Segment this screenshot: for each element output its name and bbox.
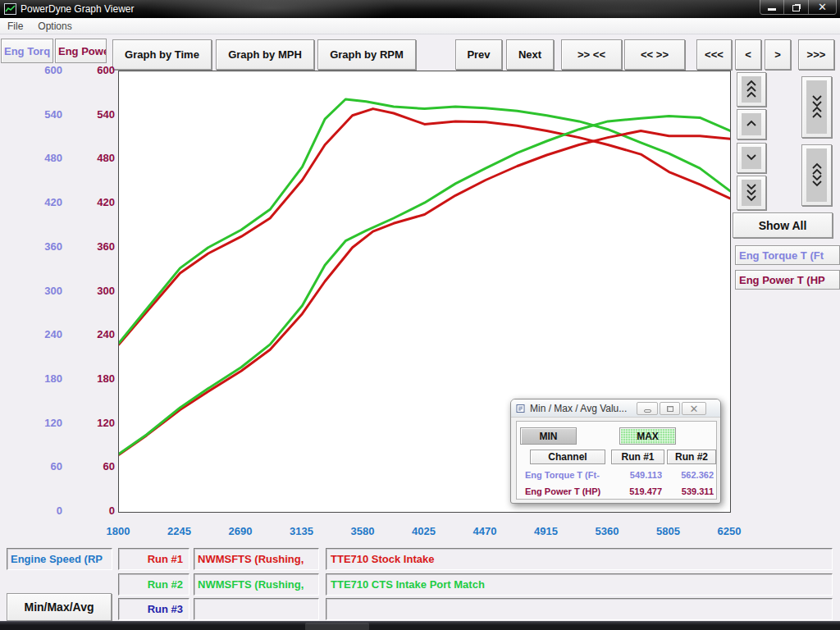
ytick-power-300: 300 — [66, 285, 115, 297]
prev-button[interactable]: Prev — [455, 39, 502, 70]
xtick-3580: 3580 — [338, 525, 387, 537]
run-file-field-2[interactable]: NWMSFTS (Rushing, — [194, 573, 319, 596]
ytick-torque-420: 420 — [5, 196, 62, 208]
channel-toggle-power[interactable]: Eng Powe — [55, 39, 107, 63]
next-button[interactable]: Next — [506, 39, 554, 70]
scroll-right-fast-button[interactable]: >>> — [798, 39, 834, 70]
xtick-3135: 3135 — [277, 525, 326, 537]
zoom-in-x-button[interactable]: >> << — [561, 39, 622, 70]
run-comment-field-3[interactable] — [326, 598, 833, 620]
minmax-row-run2-value: 539.311 — [667, 486, 714, 496]
dialog-minimize-icon — [644, 409, 651, 413]
run-name-field-3: Run #3 — [118, 598, 189, 620]
ytick-power-180: 180 — [66, 372, 115, 385]
minmax-dialog-titlebar[interactable]: Min / Max / Avg Valu... ✕ — [511, 399, 720, 418]
restore-button[interactable] — [784, 0, 809, 15]
channel-list-torque[interactable]: Eng Torque T (Ft — [735, 245, 840, 265]
ytick-torque-300: 300 — [5, 285, 62, 297]
scroll-right-button[interactable]: > — [765, 39, 791, 70]
close-button[interactable]: ✕ — [809, 0, 837, 15]
ytick-torque-540: 540 — [5, 108, 62, 121]
window-title: PowerDyne Graph Viewer — [21, 3, 135, 15]
torque-curve-run2 — [119, 99, 730, 343]
run-file-field-3[interactable] — [194, 598, 319, 620]
expand-vertical-icon — [806, 148, 827, 202]
ytick-power-240: 240 — [66, 328, 115, 340]
ytick-power-60: 60 — [66, 460, 115, 472]
xtick-6250: 6250 — [705, 525, 754, 537]
show-all-button[interactable]: Show All — [733, 212, 833, 238]
triple-up-icon — [742, 76, 761, 103]
xtick-1800: 1800 — [94, 525, 143, 537]
minimize-button[interactable] — [760, 0, 784, 15]
dialog-close-icon: ✕ — [690, 404, 699, 414]
xtick-4915: 4915 — [522, 525, 571, 537]
minmaxavg-button[interactable]: Min/Max/Avg — [7, 593, 112, 621]
minmax-row-run2-value: 562.362 — [667, 470, 714, 480]
ytick-power-540: 540 — [66, 108, 115, 121]
minmax-col-run-2[interactable]: Run #2 — [667, 450, 716, 464]
scroll-down-button[interactable] — [737, 143, 766, 173]
run-name-field-2: Run #2 — [118, 573, 189, 596]
min-toggle-button[interactable]: MIN — [520, 427, 577, 445]
graph-by-rpm-button[interactable]: Graph by RPM — [317, 39, 416, 70]
minmax-table: MIN MAX ChannelRun #1Run #2Eng Torque T … — [516, 421, 717, 500]
restore-icon — [792, 5, 800, 11]
minmax-col-channel[interactable]: Channel — [530, 450, 605, 464]
up-icon — [742, 113, 761, 135]
xtick-2690: 2690 — [216, 525, 265, 537]
down-icon — [742, 147, 761, 169]
graph-by-mph-button[interactable]: Graph by MPH — [216, 39, 314, 70]
xtick-5805: 5805 — [644, 525, 693, 537]
taskbar-item — [305, 623, 369, 630]
scroll-up-fast-button[interactable] — [737, 72, 766, 107]
zoom-in-y-button[interactable] — [801, 76, 832, 138]
ytick-power-360: 360 — [66, 240, 115, 253]
window-controls: ✕ — [760, 0, 837, 15]
minmax-row-channel: Eng Torque T (Ft- — [525, 470, 609, 480]
ytick-power-420: 420 — [66, 196, 115, 208]
ytick-torque-480: 480 — [5, 152, 62, 164]
ytick-power-0: 0 — [66, 504, 115, 517]
ytick-torque-180: 180 — [5, 372, 62, 385]
minmax-row-run1-value: 549.113 — [611, 470, 662, 480]
minmax-dialog-title: Min / Max / Avg Valu... — [530, 403, 627, 414]
scroll-left-fast-button[interactable]: <<< — [696, 39, 732, 70]
run-comment-field-2[interactable]: TTE710 CTS Intake Port Match — [326, 573, 833, 596]
menu-options[interactable]: Options — [30, 19, 79, 34]
triple-down-icon — [742, 180, 761, 206]
channel-list-power[interactable]: Eng Power T (HP — [735, 270, 840, 290]
run-name-field-1: Run #1 — [118, 548, 189, 570]
zoom-out-y-button[interactable] — [801, 144, 832, 206]
ytick-torque-120: 120 — [5, 417, 62, 429]
minmax-dialog[interactable]: Min / Max / Avg Valu... ✕ MIN MAX Channe… — [510, 399, 721, 504]
minmax-row-run1-value: 519.477 — [611, 486, 662, 496]
minmax-col-run-1[interactable]: Run #1 — [611, 450, 664, 464]
ytick-torque-0: 0 — [5, 504, 62, 517]
scroll-down-fast-button[interactable] — [737, 176, 766, 210]
dialog-minimize-button[interactable] — [637, 402, 658, 415]
powerdyne-window: PowerDyne Graph Viewer ✕ File Options En… — [0, 0, 840, 630]
max-toggle-button[interactable]: MAX — [619, 427, 676, 445]
dialog-icon — [516, 404, 526, 413]
dialog-close-button[interactable]: ✕ — [682, 402, 706, 415]
x-channel-field[interactable]: Engine Speed (RP — [7, 548, 112, 570]
scroll-left-button[interactable]: < — [735, 39, 761, 70]
zoom-out-x-button[interactable]: << >> — [624, 39, 685, 70]
torque-curve-run1 — [119, 109, 730, 345]
xtick-5360: 5360 — [582, 525, 632, 537]
dialog-restore-button[interactable] — [660, 402, 680, 415]
xtick-4470: 4470 — [460, 525, 509, 537]
title-bar[interactable]: PowerDyne Graph Viewer ✕ — [0, 0, 840, 18]
ytick-torque-360: 360 — [5, 240, 62, 253]
channel-toggle-torque[interactable]: Eng Torq — [1, 39, 53, 63]
app-icon — [4, 3, 16, 15]
graph-by-time-button[interactable]: Graph by Time — [112, 39, 212, 70]
taskbar-strip — [0, 621, 840, 630]
scroll-up-button[interactable] — [737, 109, 766, 139]
run-file-field-1[interactable]: NWMSFTS (Rushing, — [194, 548, 319, 570]
collapse-vertical-icon — [806, 80, 827, 134]
run-comment-field-1[interactable]: TTE710 Stock Intake — [326, 548, 833, 570]
menu-file[interactable]: File — [0, 19, 30, 34]
minmax-row-channel: Eng Power T (HP) — [525, 486, 609, 496]
